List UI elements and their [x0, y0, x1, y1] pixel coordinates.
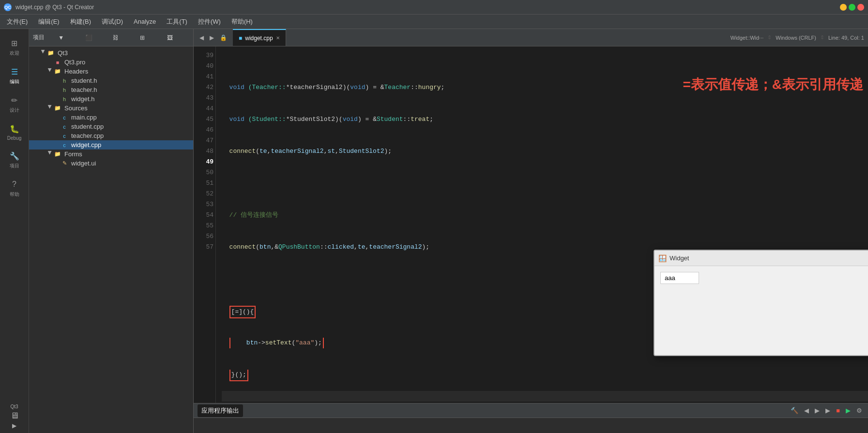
cpp-file-icon: c [60, 114, 69, 121]
tab-back-btn[interactable]: ◀ [198, 33, 206, 42]
monitor-icon: 🖥 [10, 411, 19, 421]
tab-right-info: Widget::Wid··· ⇕ Windows (CRLF) ⇕ Line: … [727, 34, 868, 41]
tree-item-qt3[interactable]: ▶ 📁 Qt3 [29, 48, 193, 58]
widget-input[interactable] [660, 272, 699, 284]
cpp-file-icon3: c [60, 133, 69, 139]
tree-item-headers[interactable]: ▶ 📁 Headers [29, 67, 193, 76]
minimize-button[interactable] [840, 4, 847, 11]
code-line-49: } [222, 391, 868, 402]
sidebar-bottom: Qt3 🖥 ▶ [10, 404, 19, 433]
tree-label-student-h: student.h [71, 77, 97, 84]
tree-item-widget-ui[interactable]: ✎ widget.ui [29, 159, 193, 168]
close-button[interactable] [857, 4, 864, 11]
output-prev-btn[interactable]: ◀ [802, 406, 811, 415]
main-area: ⊞ 欢迎 ☰ 编辑 ✏ 设计 🐛 Debug 🔧 项目 ? 帮助 Qt3 🖥 ▶ [0, 29, 868, 433]
output-tab-label: 应用程序输出 [201, 406, 239, 415]
output-restart-btn[interactable]: ▶ [844, 406, 853, 415]
folder-headers-icon: 📁 [53, 68, 62, 75]
filter-icon[interactable]: ⬛ [83, 33, 107, 42]
image-btn[interactable]: 🖼 [165, 33, 189, 42]
widget-titlebar: 🪟 Widget － □ ✕ [655, 251, 868, 266]
menu-controls[interactable]: 控件(W) [193, 15, 226, 28]
output-stop-btn[interactable]: ■ [834, 406, 842, 415]
help-icon: ? [9, 179, 20, 190]
folder-sources-icon: 📁 [53, 105, 62, 112]
tree-item-widget-h[interactable]: h widget.h [29, 94, 193, 104]
sidebar-item-design[interactable]: ✏ 设计 [1, 90, 28, 119]
breadcrumb-right: Widget::Wid··· [731, 35, 763, 41]
sidebar: ⊞ 欢迎 ☰ 编辑 ✏ 设计 🐛 Debug 🔧 项目 ? 帮助 Qt3 🖥 ▶ [0, 29, 29, 433]
menu-analyze[interactable]: Analyze [129, 16, 161, 27]
tree-item-forms[interactable]: ▶ 📁 Forms [29, 149, 193, 159]
tab-close-btn[interactable]: ✕ [276, 35, 280, 41]
ln-45: 45 [198, 114, 213, 125]
ln-52: 52 ▼ [198, 189, 213, 199]
tree-label-forms: Forms [64, 150, 82, 158]
code-line-42 [222, 167, 868, 178]
tree-item-widget-cpp[interactable]: c widget.cpp [29, 140, 193, 149]
h-file-icon: h [60, 77, 69, 84]
menu-edit[interactable]: 编辑(E) [33, 15, 64, 28]
sidebar-item-project[interactable]: 🔧 项目 [1, 146, 28, 174]
ln-40: 40 [198, 61, 213, 72]
add-file-btn[interactable]: ⊞ [138, 33, 162, 42]
sidebar-label-edit: 编辑 [10, 78, 19, 85]
position-info: Line: 49, Col: 1 [828, 35, 864, 41]
output-controls: 🔨 ◀ ▶ ▶ ■ ▶ ⚙ [789, 406, 864, 415]
maximize-button[interactable] [849, 4, 855, 11]
h-file-icon3: h [60, 96, 69, 103]
tree-label-student-cpp: student.cpp [71, 123, 104, 130]
menu-tools[interactable]: 工具(T) [162, 15, 192, 28]
sidebar-item-edit[interactable]: ☰ 编辑 [1, 61, 28, 90]
ln-56: 56 [198, 231, 213, 242]
tab-lock-btn[interactable]: 🔒 [218, 33, 229, 42]
tree-item-teacher-h[interactable]: h teacher.h [29, 85, 193, 94]
sidebar-label-project: 项目 [10, 163, 19, 169]
code-line-41: connect(te,teacherSignal2,st,StudentSlot… [222, 135, 868, 146]
tree-item-teacher-cpp[interactable]: c teacher.cpp [29, 131, 193, 140]
tree-item-qt3pro[interactable]: ■ Qt3.pro [29, 58, 193, 67]
welcome-icon: ⊞ [9, 38, 20, 48]
widget-minimize[interactable]: － [867, 254, 868, 263]
output-run-btn[interactable]: ▶ [823, 406, 832, 415]
expand-arrow[interactable]: ▶ [12, 422, 16, 429]
tab-nav: ◀ ▶ 🔒 [194, 33, 233, 42]
code-line-44: connect(btn,&QPushButton::clicked,te,tea… [222, 231, 868, 242]
ln-54: 54 [198, 210, 213, 221]
menu-file[interactable]: 文件(E) [2, 15, 32, 28]
widget-body [655, 266, 868, 290]
arrow-qt3: ▶ [41, 50, 46, 57]
tree-item-student-h[interactable]: h student.h [29, 76, 193, 85]
code-line-48: }(); [222, 359, 868, 370]
file-tree: ▶ 📁 Qt3 ■ Qt3.pro ▶ 📁 Headers h student.… [29, 46, 193, 433]
sidebar-item-help[interactable]: ? 帮助 [1, 174, 28, 203]
sidebar-label-welcome: 欢迎 [10, 50, 19, 57]
menu-help[interactable]: 帮助(H) [227, 15, 258, 28]
menu-build[interactable]: 构建(B) [65, 15, 96, 28]
tree-item-sources[interactable]: ▶ 📁 Sources [29, 104, 193, 113]
project-icon: 🔧 [9, 150, 20, 161]
sidebar-item-debug[interactable]: 🐛 Debug [1, 119, 28, 146]
sidebar-item-welcome[interactable]: ⊞ 欢迎 [1, 33, 28, 61]
output-tab-app[interactable]: 应用程序输出 [198, 404, 243, 417]
output-clear-btn[interactable]: 🔨 [789, 406, 800, 415]
debug-icon: 🐛 [9, 123, 20, 134]
pro-file-icon: ■ [53, 59, 62, 66]
tree-label-teacher-cpp: teacher.cpp [71, 132, 104, 139]
output-next-btn[interactable]: ▶ [813, 406, 822, 415]
tab-widget-cpp[interactable]: ■ widget.cpp ✕ [233, 29, 286, 46]
folder-forms-icon: 📁 [53, 151, 62, 158]
output-settings-btn[interactable]: ⚙ [854, 406, 864, 415]
menu-debug[interactable]: 调试(D) [97, 15, 128, 28]
code-line-40: void (Student::*StudentSlot2)(void) = &S… [222, 104, 868, 114]
app-logo: QC [4, 3, 12, 11]
code-container: 39 40 41 42 43 44 45 46 ▼ 47 48 49 50 51… [194, 46, 868, 403]
ln-47: 47 [198, 135, 213, 146]
widget-icon: 🪟 [658, 254, 667, 262]
link-icon[interactable]: ⛓ [111, 33, 135, 42]
filter-btn[interactable]: ▼ [56, 33, 80, 42]
ln-42: 42 [198, 82, 213, 93]
tree-item-main-cpp[interactable]: c main.cpp [29, 113, 193, 122]
tab-forward-btn[interactable]: ▶ [208, 33, 216, 42]
tree-item-student-cpp[interactable]: c student.cpp [29, 122, 193, 131]
